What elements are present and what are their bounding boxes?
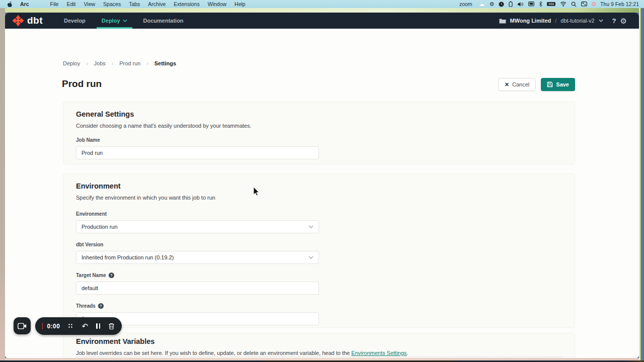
breadcrumb-settings: Settings xyxy=(154,60,176,66)
bluetooth-icon[interactable] xyxy=(539,1,542,7)
menubar-status-tray: zoom ☁ ⚙ esa Thu 9 Feb 12:21 xyxy=(459,1,639,8)
display-settings-icon[interactable] xyxy=(528,2,534,7)
environments-settings-link[interactable]: Environments Settings xyxy=(351,350,407,356)
general-settings-title: General Settings xyxy=(76,110,562,118)
help-icon[interactable]: ? xyxy=(612,17,616,25)
video-camera-icon xyxy=(18,323,27,329)
menu-spaces[interactable]: Spaces xyxy=(99,1,125,7)
dbt-version-label: dbt Version xyxy=(76,242,562,247)
chevron-down-icon[interactable] xyxy=(599,19,603,22)
clock-status-icon[interactable] xyxy=(499,2,504,7)
app-navbar: dbt Develop Deploy Documentation MWong L… xyxy=(5,13,639,29)
menu-view[interactable]: View xyxy=(80,1,100,7)
environment-title: Environment xyxy=(76,182,562,190)
chevron-right-icon: › xyxy=(112,61,113,66)
environment-variables-description: Job level overrides can be set here. If … xyxy=(76,350,562,356)
pause-icon xyxy=(96,323,100,329)
mouse-cursor xyxy=(253,187,260,198)
folder-icon xyxy=(499,18,506,24)
job-name-label: Job Name xyxy=(76,137,562,143)
menu-file[interactable]: File xyxy=(46,1,63,7)
menu-edit[interactable]: Edit xyxy=(62,1,79,7)
battery-icon[interactable] xyxy=(509,1,513,7)
macos-menubar: Arc File Edit View Spaces Tabs Archive E… xyxy=(0,0,644,8)
record-timer: 0:00 xyxy=(47,323,60,330)
menu-arc[interactable]: Arc xyxy=(16,1,33,7)
page-title: Prod run xyxy=(62,78,102,89)
volume-icon[interactable] xyxy=(517,2,524,7)
chevron-right-icon: › xyxy=(86,61,88,66)
zoom-app-label[interactable]: zoom xyxy=(459,1,472,7)
nav-documentation[interactable]: Documentation xyxy=(135,13,192,29)
pause-button[interactable] xyxy=(96,323,100,329)
settings-gear-icon[interactable]: ⚙ xyxy=(620,17,627,25)
annotate-grid-button[interactable] xyxy=(68,323,73,329)
screen-record-indicator-icon[interactable] xyxy=(592,2,596,6)
menu-archive[interactable]: Archive xyxy=(144,1,170,7)
wifi-icon[interactable] xyxy=(560,2,567,7)
control-center-icon[interactable] xyxy=(581,2,587,7)
menu-tabs[interactable]: Tabs xyxy=(125,1,144,7)
dbt-cloud-window: dbt Develop Deploy Documentation MWong L… xyxy=(5,13,639,358)
save-icon xyxy=(547,81,553,87)
chevron-down-icon xyxy=(308,256,313,259)
environment-variables-title: Environment Variables xyxy=(76,337,562,345)
camera-toggle-button[interactable] xyxy=(14,317,31,334)
dbt-logo[interactable]: dbt xyxy=(12,15,43,27)
desktop-edge-right xyxy=(639,8,644,362)
desktop-edge-top xyxy=(0,8,644,13)
chevron-down-icon xyxy=(123,19,127,22)
environment-select-label: Environment xyxy=(76,211,562,217)
environment-variables-card: Environment Variables Job level override… xyxy=(63,333,575,358)
nav-links: Develop Deploy Documentation xyxy=(56,13,192,29)
target-name-input[interactable]: default xyxy=(76,282,319,295)
job-name-input[interactable]: Prod run xyxy=(76,146,319,159)
chevron-down-icon xyxy=(308,225,313,228)
breadcrumb-jobs[interactable]: Jobs xyxy=(94,60,106,66)
account-name[interactable]: MWong Limited xyxy=(510,18,551,24)
menubar-clock[interactable]: Thu 9 Feb 12:21 xyxy=(600,1,639,7)
threads-label: Threads ? xyxy=(76,303,562,309)
recorder-toolbar: 0:00 ↶ xyxy=(35,317,122,335)
page-actions: ✕ Cancel Save xyxy=(498,78,575,91)
breadcrumb-prod-run[interactable]: Prod run xyxy=(119,60,140,66)
delete-recording-button[interactable] xyxy=(108,323,115,330)
save-button[interactable]: Save xyxy=(541,78,575,91)
general-settings-card: General Settings Consider choosing a nam… xyxy=(63,102,575,164)
apple-icon[interactable] xyxy=(5,1,13,8)
breadcrumb-deploy[interactable]: Deploy xyxy=(63,60,80,66)
nav-develop[interactable]: Develop xyxy=(56,13,94,29)
target-name-label: Target Name ? xyxy=(76,273,562,278)
restart-button[interactable]: ↶ xyxy=(82,322,88,330)
cancel-button[interactable]: ✕ Cancel xyxy=(498,78,536,91)
chevron-right-icon: › xyxy=(146,61,148,66)
target-name-help-icon[interactable]: ? xyxy=(109,273,114,278)
menu-help[interactable]: Help xyxy=(230,1,250,7)
dbt-logo-icon xyxy=(12,15,24,27)
search-icon[interactable] xyxy=(571,2,577,7)
threads-help-icon[interactable]: ? xyxy=(98,303,104,309)
desktop-edge-left xyxy=(0,8,5,362)
dbt-version-select[interactable]: Inherited from Production run (0.19.2) xyxy=(76,251,319,264)
account-project-separator: / xyxy=(555,18,556,24)
menu-window[interactable]: Window xyxy=(204,1,230,7)
environment-card: Environment Specify the environment in w… xyxy=(63,173,575,328)
input-source-key-icon[interactable]: esa xyxy=(547,2,555,7)
settings-page: Deploy › Jobs › Prod run › Settings Prod… xyxy=(5,29,639,358)
gear-status-icon[interactable]: ⚙ xyxy=(490,1,495,8)
nav-right-cluster: MWong Limited / dbt-tutorial-v2 ? ⚙ xyxy=(499,17,632,25)
cloud-icon[interactable]: ☁ xyxy=(479,1,485,8)
brand-text: dbt xyxy=(27,15,43,26)
general-settings-description: Consider choosing a name that's easily u… xyxy=(76,123,562,129)
environment-select[interactable]: Production run xyxy=(76,220,319,233)
trash-icon xyxy=(108,323,115,330)
menu-extensions[interactable]: Extensions xyxy=(170,1,203,7)
project-name[interactable]: dbt-tutorial-v2 xyxy=(560,18,594,24)
breadcrumb: Deploy › Jobs › Prod run › Settings xyxy=(63,60,176,66)
env-vars-table-header: Inherited Value Job Override xyxy=(75,356,562,358)
nav-deploy[interactable]: Deploy xyxy=(94,13,135,29)
environment-description: Specify the environment in which you wan… xyxy=(76,195,562,201)
dots-grid-icon xyxy=(68,323,73,329)
close-icon: ✕ xyxy=(505,81,509,88)
